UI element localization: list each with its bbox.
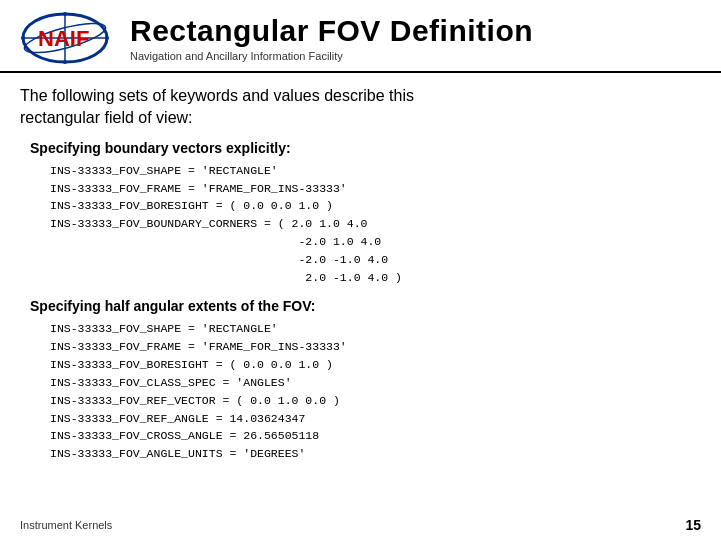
section2-line6: INS-33333_FOV_REF_ANGLE = 14.03624347	[50, 412, 305, 425]
svg-point-7	[105, 36, 109, 40]
section2-line4: INS-33333_FOV_CLASS_SPEC = 'ANGLES'	[50, 376, 292, 389]
title-area: Rectangular FOV Definition Navigation an…	[130, 14, 701, 62]
section2-line5: INS-33333_FOV_REF_VECTOR = ( 0.0 1.0 0.0…	[50, 394, 340, 407]
section2-line2: INS-33333_FOV_FRAME = 'FRAME_FOR_INS-333…	[50, 340, 347, 353]
header: NAIF Rectangular FOV Definition Navigati…	[0, 0, 721, 73]
content: The following sets of keywords and value…	[0, 73, 721, 463]
section2-line7: INS-33333_FOV_CROSS_ANGLE = 26.56505118	[50, 429, 319, 442]
footer: Instrument Kernels 15	[20, 517, 701, 533]
naif-logo: NAIF	[20, 10, 110, 65]
section2-line1: INS-33333_FOV_SHAPE = 'RECTANGLE'	[50, 322, 278, 335]
section1-line1: INS-33333_FOV_SHAPE = 'RECTANGLE'	[50, 164, 278, 177]
intro-line2: rectangular field of view:	[20, 109, 193, 126]
section2-code: INS-33333_FOV_SHAPE = 'RECTANGLE' INS-33…	[50, 320, 701, 463]
svg-point-4	[63, 12, 67, 16]
section2-line8: INS-33333_FOV_ANGLE_UNITS = 'DEGREES'	[50, 447, 305, 460]
svg-point-5	[63, 60, 67, 64]
section1-line5: -2.0 1.0 4.0	[50, 235, 381, 248]
section1-line4: INS-33333_FOV_BOUNDARY_CORNERS = ( 2.0 1…	[50, 217, 367, 230]
section1-heading: Specifying boundary vectors explicitly:	[30, 140, 701, 156]
section1-line6: -2.0 -1.0 4.0	[50, 253, 388, 266]
section1-line3: INS-33333_FOV_BORESIGHT = ( 0.0 0.0 1.0 …	[50, 199, 333, 212]
footer-left-label: Instrument Kernels	[20, 519, 112, 531]
logo-area: NAIF	[20, 10, 110, 65]
intro-text: The following sets of keywords and value…	[20, 85, 701, 130]
section1-line7: 2.0 -1.0 4.0 )	[50, 271, 402, 284]
intro-line1: The following sets of keywords and value…	[20, 87, 414, 104]
section2-line3: INS-33333_FOV_BORESIGHT = ( 0.0 0.0 1.0 …	[50, 358, 333, 371]
section2-heading: Specifying half angular extents of the F…	[30, 298, 701, 314]
section1-code: INS-33333_FOV_SHAPE = 'RECTANGLE' INS-33…	[50, 162, 701, 287]
subtitle: Navigation and Ancillary Information Fac…	[130, 50, 701, 62]
svg-text:NAIF: NAIF	[38, 26, 89, 51]
footer-page-number: 15	[685, 517, 701, 533]
section1-line2: INS-33333_FOV_FRAME = 'FRAME_FOR_INS-333…	[50, 182, 347, 195]
svg-point-6	[21, 36, 25, 40]
main-title: Rectangular FOV Definition	[130, 14, 701, 48]
